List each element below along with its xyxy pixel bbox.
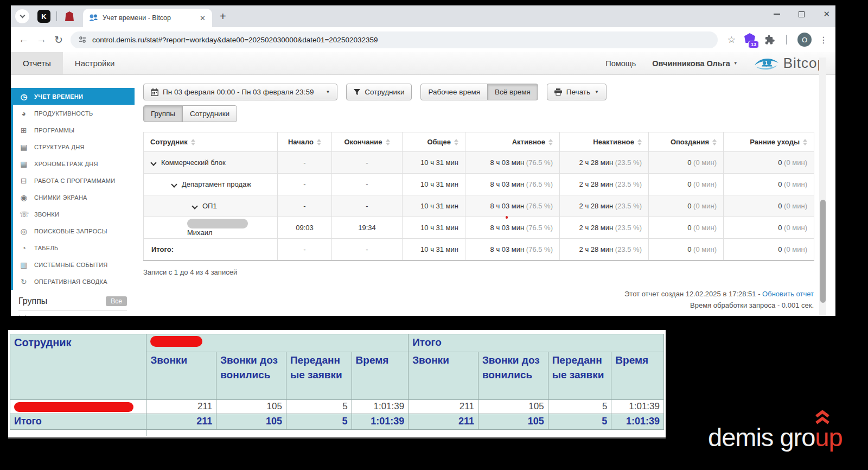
calls-total-cell: 105 — [478, 414, 548, 429]
sidebar-item-screenshots[interactable]: ◉СНИМКИ ЭКРАНА — [11, 189, 135, 206]
active-tab[interactable]: Учет времени - Bitcop ✕ — [83, 9, 212, 27]
groups-all-badge[interactable]: Все — [106, 296, 127, 306]
help-link[interactable]: Помощь — [605, 59, 636, 68]
all-time-button[interactable]: Всё время — [487, 84, 538, 100]
calls-col-leads: Переданные заявки — [548, 352, 611, 399]
list-icon: ▤ — [20, 143, 28, 151]
calls-value-cell: 211 — [409, 399, 478, 414]
filter-funnel-icon — [354, 89, 360, 96]
chevron-down-icon — [20, 13, 25, 18]
group-checkbox[interactable] — [20, 315, 26, 316]
end-cell: - — [332, 174, 403, 195]
window-maximize-button[interactable] — [799, 11, 805, 17]
early-cell: 0 (0 мин) — [724, 174, 814, 195]
late-cell: 0 (0 мин) — [649, 217, 724, 239]
extension-icon[interactable]: 13 — [743, 33, 757, 46]
sidebar-item-calls[interactable]: ☏ЗВОНКИ — [11, 206, 135, 223]
column-header-start[interactable]: Начало — [278, 132, 332, 152]
table-row-group[interactable]: Департамент продаж - - 10 ч 31 мин 8 ч 0… — [144, 174, 814, 195]
browser-window: K Учет времени - Bitcop ✕ + ✕ ← → ↻ c — [11, 5, 835, 316]
sidebar-item-search-queries[interactable]: ◎ПОИСКОВЫЕ ЗАПРОСЫ — [11, 223, 135, 239]
work-time-button[interactable]: Рабочее время — [420, 84, 488, 100]
column-header-late[interactable]: Опоздания — [649, 132, 724, 152]
sidebar-item-productivity[interactable]: ◕ПРОДУКТИВНОСТЬ — [11, 105, 135, 122]
expand-caret-icon[interactable] — [192, 203, 197, 209]
sidebar-item-operational-summary[interactable]: ↻ОПЕРАТИВНАЯ СВОДКА — [11, 273, 135, 290]
sidebar-item-day-structure[interactable]: ▤СТРУКТУРА ДНЯ — [11, 138, 135, 155]
table-row-employee[interactable]: Михаил 09:03 19:34 10 ч 31 мин 8 ч 03 ми… — [144, 217, 814, 239]
column-header-inactive[interactable]: Неактивное — [560, 132, 649, 152]
sidebar-item-timesheet[interactable]: ◔ТАБЕЛЬ — [11, 239, 135, 256]
new-tab-button[interactable]: + — [220, 10, 226, 23]
late-cell: 0 (0 мин) — [649, 152, 724, 174]
calls-total-cell: 5 — [548, 414, 611, 429]
tab-settings[interactable]: Настройки — [63, 52, 127, 74]
browser-toolbar: ← → ↻ control.demis.ru/stat#?report=work… — [11, 27, 835, 52]
calls-date-group-header — [146, 334, 409, 352]
sort-icon — [191, 139, 195, 145]
reload-button[interactable]: ↻ — [54, 34, 63, 46]
profile-avatar[interactable]: O — [797, 33, 812, 47]
site-settings-icon[interactable] — [78, 35, 87, 44]
print-button[interactable]: Печать ▼ — [547, 84, 607, 100]
column-header-early-leave[interactable]: Ранние уходы — [724, 132, 814, 152]
start-cell: - — [278, 195, 332, 217]
window-close-button[interactable]: ✕ — [823, 9, 830, 19]
report-footer: Этот отчет создан 12.02.2025 в 17:28:51 … — [143, 288, 814, 311]
column-header-active[interactable]: Активное — [465, 132, 560, 152]
table-header-row: Сотрудник Начало Окончание Общее Активно… — [144, 132, 814, 152]
window-controls: ✕ — [774, 5, 830, 23]
sidebar-item-system-events[interactable]: ▥СИСТЕМНЫЕ СОБЫТИЯ — [11, 256, 135, 273]
tab-settings-label: Настройки — [75, 59, 115, 68]
sort-icon — [454, 139, 458, 145]
late-cell: 0 (0 мин) — [649, 239, 724, 261]
browser-menu-icon[interactable]: ⋮ — [819, 35, 828, 45]
calls-employee-cell — [10, 399, 146, 414]
date-range-button[interactable]: Пн 03 февраля 00:00 - Пн 03 февраля 23:5… — [143, 84, 337, 100]
early-cell: 0 (0 мин) — [724, 152, 814, 174]
sort-icon — [637, 139, 642, 145]
refresh-report-link[interactable]: Обновить отчет — [762, 290, 814, 298]
column-header-end[interactable]: Окончание — [332, 132, 403, 152]
calls-total-cell: 211 — [146, 414, 216, 429]
address-bar[interactable]: control.demis.ru/stat#?report=workday&da… — [71, 31, 718, 48]
calls-value-cell: 211 — [146, 399, 216, 414]
sidebar-item-programs[interactable]: ⊞ПРОГРАММЫ — [11, 122, 135, 138]
tab-search-chevron-button[interactable] — [15, 9, 29, 23]
column-header-employee[interactable]: Сотрудник — [144, 132, 278, 152]
page-scrollbar[interactable] — [819, 58, 826, 316]
column-header-total[interactable]: Общее — [403, 132, 465, 152]
back-button[interactable]: ← — [18, 34, 29, 46]
view-employees-button[interactable]: Сотрудники — [182, 105, 237, 122]
end-cell: - — [332, 239, 403, 261]
forward-button[interactable]: → — [36, 34, 47, 46]
sidebar-item-program-work[interactable]: ⊟РАБОТА С ПРОГРАММАМИ — [11, 172, 135, 189]
expand-caret-icon[interactable] — [171, 181, 177, 187]
extensions-puzzle-icon[interactable] — [765, 35, 775, 45]
sidebar-item-time-tracking[interactable]: ◷УЧЕТ ВРЕМЕНИ — [11, 88, 135, 105]
employees-filter-button[interactable]: Сотрудники — [346, 84, 412, 100]
tab-close-icon[interactable]: ✕ — [199, 14, 207, 22]
tab-reports[interactable]: Отчеты — [11, 52, 63, 74]
app-header: Отчеты Настройки Помощь Овчинникова Ольг… — [11, 52, 835, 75]
view-groups-button[interactable]: Группы — [143, 105, 183, 122]
calls-data-row: 211 105 5 1:01:39 211 105 5 1:01:39 — [10, 399, 664, 414]
table-row-group[interactable]: Коммерческий блок - - 10 ч 31 мин 8 ч 03… — [144, 152, 814, 174]
scrollbar-thumb[interactable] — [820, 200, 826, 303]
user-menu[interactable]: Овчинникова Ольга ▼ — [652, 59, 737, 68]
pinned-tab-red[interactable] — [63, 10, 76, 23]
camera-icon: ◉ — [20, 193, 28, 202]
window-minimize-button[interactable] — [774, 14, 780, 15]
demis-chevrons-icon — [815, 410, 830, 424]
pinned-tab-k[interactable]: K — [37, 10, 50, 23]
expand-caret-icon[interactable] — [150, 160, 156, 166]
url-text[interactable]: control.demis.ru/stat#?report=workday&da… — [92, 36, 378, 44]
redacted-name-overlay — [187, 219, 248, 228]
table-total-row: Итого: - - 10 ч 31 мин 8 ч 03 мин (76.5 … — [144, 239, 814, 261]
bookmark-star-icon[interactable]: ☆ — [727, 34, 736, 46]
sidebar-item-day-timeline[interactable]: ▦ХРОНОМЕТРАЖ ДНЯ — [11, 155, 135, 172]
sidebar-item-label: ПРОГРАММЫ — [34, 127, 74, 134]
sidebar-item-label: ОПЕРАТИВНАЯ СВОДКА — [34, 278, 107, 285]
table-row-group[interactable]: ОП1 - - 10 ч 31 мин 8 ч 03 мин (76.5 %) … — [144, 195, 814, 217]
group-name: ОП1 — [202, 202, 217, 210]
